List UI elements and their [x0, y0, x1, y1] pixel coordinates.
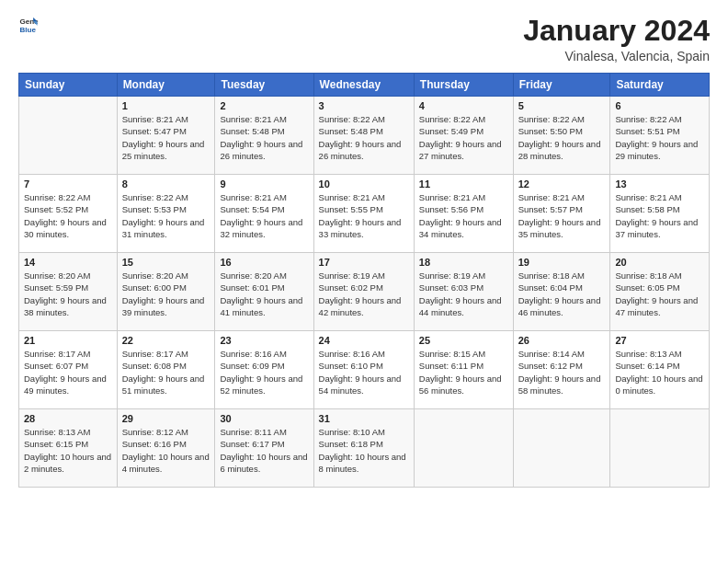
day-info: Sunrise: 8:22 AMSunset: 5:51 PMDaylight:… — [615, 113, 704, 162]
logo: General Blue — [18, 15, 39, 35]
col-tuesday: Tuesday — [215, 74, 313, 97]
day-number: 3 — [319, 100, 409, 111]
day-info: Sunrise: 8:19 AMSunset: 6:02 PMDaylight:… — [319, 270, 409, 318]
day-number: 14 — [24, 257, 112, 268]
calendar-cell: 18Sunrise: 8:19 AMSunset: 6:03 PMDayligh… — [414, 253, 513, 331]
calendar-cell: 12Sunrise: 8:21 AMSunset: 5:57 PMDayligh… — [513, 175, 610, 253]
day-number: 11 — [419, 178, 508, 190]
day-number: 26 — [518, 335, 606, 346]
day-number: 23 — [220, 335, 308, 346]
calendar-cell: 14Sunrise: 8:20 AMSunset: 5:59 PMDayligh… — [19, 253, 118, 331]
calendar-table: Sunday Monday Tuesday Wednesday Thursday… — [18, 73, 710, 488]
calendar-cell: 6Sunrise: 8:22 AMSunset: 5:51 PMDaylight… — [610, 97, 710, 175]
col-thursday: Thursday — [414, 74, 513, 97]
day-info: Sunrise: 8:15 AMSunset: 6:11 PMDaylight:… — [419, 348, 508, 396]
calendar-cell: 2Sunrise: 8:21 AMSunset: 5:48 PMDaylight… — [215, 97, 313, 175]
day-number: 24 — [319, 335, 409, 346]
day-info: Sunrise: 8:22 AMSunset: 5:52 PMDaylight:… — [24, 191, 112, 240]
day-number: 22 — [122, 335, 210, 346]
day-info: Sunrise: 8:13 AMSunset: 6:15 PMDaylight:… — [24, 426, 112, 475]
calendar-cell: 5Sunrise: 8:22 AMSunset: 5:50 PMDaylight… — [513, 97, 610, 175]
calendar-cell: 23Sunrise: 8:16 AMSunset: 6:09 PMDayligh… — [215, 331, 313, 409]
day-info: Sunrise: 8:19 AMSunset: 6:03 PMDaylight:… — [419, 270, 508, 318]
logo-icon: General Blue — [18, 15, 39, 35]
calendar-week-2: 7Sunrise: 8:22 AMSunset: 5:52 PMDaylight… — [19, 175, 710, 253]
day-info: Sunrise: 8:18 AMSunset: 6:04 PMDaylight:… — [518, 270, 606, 318]
day-info: Sunrise: 8:21 AMSunset: 5:56 PMDaylight:… — [419, 191, 508, 240]
day-info: Sunrise: 8:13 AMSunset: 6:14 PMDaylight:… — [615, 348, 704, 396]
calendar-cell: 4Sunrise: 8:22 AMSunset: 5:49 PMDaylight… — [414, 97, 513, 175]
header-row: Sunday Monday Tuesday Wednesday Thursday… — [19, 74, 710, 97]
title-block: January 2024 Vinalesa, Valencia, Spain — [523, 15, 710, 63]
day-number: 30 — [220, 413, 308, 424]
day-info: Sunrise: 8:21 AMSunset: 5:47 PMDaylight:… — [122, 113, 210, 162]
day-number: 18 — [419, 257, 508, 268]
day-info: Sunrise: 8:22 AMSunset: 5:48 PMDaylight:… — [319, 113, 409, 162]
day-number: 4 — [419, 100, 508, 111]
calendar-week-4: 21Sunrise: 8:17 AMSunset: 6:07 PMDayligh… — [19, 331, 710, 409]
calendar-week-5: 28Sunrise: 8:13 AMSunset: 6:15 PMDayligh… — [19, 409, 710, 488]
day-number: 19 — [518, 257, 606, 268]
day-number: 15 — [122, 257, 210, 268]
calendar-cell: 9Sunrise: 8:21 AMSunset: 5:54 PMDaylight… — [215, 175, 313, 253]
day-number: 27 — [615, 335, 704, 346]
day-info: Sunrise: 8:22 AMSunset: 5:49 PMDaylight:… — [419, 113, 508, 162]
day-info: Sunrise: 8:17 AMSunset: 6:08 PMDaylight:… — [122, 348, 210, 396]
calendar-cell: 10Sunrise: 8:21 AMSunset: 5:55 PMDayligh… — [313, 175, 414, 253]
calendar-cell: 28Sunrise: 8:13 AMSunset: 6:15 PMDayligh… — [19, 409, 118, 488]
calendar-cell: 13Sunrise: 8:21 AMSunset: 5:58 PMDayligh… — [610, 175, 710, 253]
day-info: Sunrise: 8:18 AMSunset: 6:05 PMDaylight:… — [615, 270, 704, 318]
calendar-cell: 26Sunrise: 8:14 AMSunset: 6:12 PMDayligh… — [513, 331, 610, 409]
day-number: 7 — [24, 178, 112, 190]
col-monday: Monday — [117, 74, 215, 97]
col-sunday: Sunday — [19, 74, 118, 97]
day-number: 29 — [122, 413, 210, 424]
day-info: Sunrise: 8:21 AMSunset: 5:54 PMDaylight:… — [220, 191, 308, 240]
subtitle: Vinalesa, Valencia, Spain — [523, 49, 710, 63]
day-number: 6 — [615, 100, 704, 111]
day-info: Sunrise: 8:21 AMSunset: 5:55 PMDaylight:… — [319, 191, 409, 240]
calendar-cell: 7Sunrise: 8:22 AMSunset: 5:52 PMDaylight… — [19, 175, 118, 253]
calendar-cell: 30Sunrise: 8:11 AMSunset: 6:17 PMDayligh… — [215, 409, 313, 488]
calendar-cell: 19Sunrise: 8:18 AMSunset: 6:04 PMDayligh… — [513, 253, 610, 331]
calendar-cell — [414, 409, 513, 488]
day-info: Sunrise: 8:17 AMSunset: 6:07 PMDaylight:… — [24, 348, 112, 396]
day-number: 25 — [419, 335, 508, 346]
day-number: 12 — [518, 178, 606, 190]
col-wednesday: Wednesday — [313, 74, 414, 97]
calendar-cell — [513, 409, 610, 488]
calendar-body: 1Sunrise: 8:21 AMSunset: 5:47 PMDaylight… — [19, 97, 710, 488]
calendar-cell: 31Sunrise: 8:10 AMSunset: 6:18 PMDayligh… — [313, 409, 414, 488]
calendar-cell: 22Sunrise: 8:17 AMSunset: 6:08 PMDayligh… — [117, 331, 215, 409]
calendar-cell — [19, 97, 118, 175]
day-info: Sunrise: 8:12 AMSunset: 6:16 PMDaylight:… — [122, 426, 210, 475]
day-info: Sunrise: 8:22 AMSunset: 5:50 PMDaylight:… — [518, 113, 606, 162]
calendar-cell — [610, 409, 710, 488]
calendar-cell: 21Sunrise: 8:17 AMSunset: 6:07 PMDayligh… — [19, 331, 118, 409]
calendar-cell: 8Sunrise: 8:22 AMSunset: 5:53 PMDaylight… — [117, 175, 215, 253]
calendar-week-1: 1Sunrise: 8:21 AMSunset: 5:47 PMDaylight… — [19, 97, 710, 175]
day-info: Sunrise: 8:16 AMSunset: 6:09 PMDaylight:… — [220, 348, 308, 396]
calendar-cell: 27Sunrise: 8:13 AMSunset: 6:14 PMDayligh… — [610, 331, 710, 409]
calendar-week-3: 14Sunrise: 8:20 AMSunset: 5:59 PMDayligh… — [19, 253, 710, 331]
day-info: Sunrise: 8:10 AMSunset: 6:18 PMDaylight:… — [319, 426, 409, 475]
page: General Blue January 2024 Vinalesa, Vale… — [0, 0, 728, 563]
day-number: 5 — [518, 100, 606, 111]
svg-text:Blue: Blue — [19, 26, 36, 34]
day-number: 28 — [24, 413, 112, 424]
day-number: 16 — [220, 257, 308, 268]
calendar-header: Sunday Monday Tuesday Wednesday Thursday… — [19, 74, 710, 97]
calendar-cell: 3Sunrise: 8:22 AMSunset: 5:48 PMDaylight… — [313, 97, 414, 175]
calendar-cell: 20Sunrise: 8:18 AMSunset: 6:05 PMDayligh… — [610, 253, 710, 331]
day-info: Sunrise: 8:20 AMSunset: 6:01 PMDaylight:… — [220, 270, 308, 318]
calendar-cell: 17Sunrise: 8:19 AMSunset: 6:02 PMDayligh… — [313, 253, 414, 331]
day-info: Sunrise: 8:20 AMSunset: 5:59 PMDaylight:… — [24, 270, 112, 318]
calendar-cell: 25Sunrise: 8:15 AMSunset: 6:11 PMDayligh… — [414, 331, 513, 409]
day-number: 8 — [122, 178, 210, 190]
day-number: 9 — [220, 178, 308, 190]
day-info: Sunrise: 8:22 AMSunset: 5:53 PMDaylight:… — [122, 191, 210, 240]
day-info: Sunrise: 8:14 AMSunset: 6:12 PMDaylight:… — [518, 348, 606, 396]
day-number: 2 — [220, 100, 308, 111]
calendar-cell: 15Sunrise: 8:20 AMSunset: 6:00 PMDayligh… — [117, 253, 215, 331]
calendar-cell: 11Sunrise: 8:21 AMSunset: 5:56 PMDayligh… — [414, 175, 513, 253]
